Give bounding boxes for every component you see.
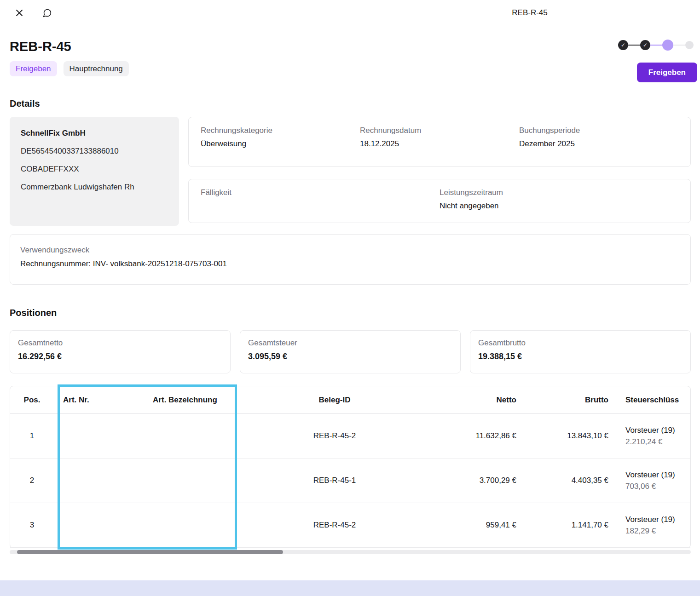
steuer-name: Vorsteuer (19) <box>625 426 690 434</box>
total-card-brutto: Gesamtbrutto 19.388,15 € <box>470 330 691 373</box>
field-rechnungsdatum: Rechnungsdatum 18.12.2025 <box>360 126 519 158</box>
cell-brutto: 1.141,70 € <box>519 521 611 530</box>
total-card-steuer: Gesamtsteuer 3.095,59 € <box>240 330 461 373</box>
close-icon[interactable] <box>11 5 28 21</box>
steuer-amount: 703,06 € <box>625 482 690 490</box>
badge-row: Freigeben Hauptrechnung <box>10 61 691 76</box>
steuer-amount: 2.210,24 € <box>625 438 690 446</box>
cell-beleg-id: REB-R-45-2 <box>243 521 427 530</box>
field-value: Nicht angegeben <box>440 201 678 211</box>
details-right-column: Rechnungskategorie Überweisung Rechnungs… <box>188 117 691 226</box>
step-3-current <box>662 40 673 51</box>
vendor-bank: Commerzbank Ludwigshafen Rh <box>21 183 168 192</box>
page-header: REB-R-45 Freigeben Hauptrechnung ✓ ✓ Fre… <box>10 26 691 76</box>
field-label: Verwendungszweck <box>20 246 680 255</box>
positions-heading: Positionen <box>10 308 691 318</box>
total-value: 3.095,59 € <box>248 352 452 361</box>
field-value: Überweisung <box>201 139 360 149</box>
total-value: 19.388,15 € <box>478 352 683 361</box>
field-label: Rechnungsdatum <box>360 126 519 135</box>
field-label: Rechnungskategorie <box>201 126 360 135</box>
verwendungszweck-card: Verwendungszweck Rechnungsnummer: INV- v… <box>10 234 691 285</box>
invoice-meta-card: Rechnungskategorie Überweisung Rechnungs… <box>188 117 691 167</box>
comment-icon-glyph <box>42 8 52 18</box>
cell-netto: 959,41 € <box>427 521 519 530</box>
header-right: ✓ ✓ Freigeben <box>618 39 697 82</box>
details-heading: Details <box>10 98 691 109</box>
field-value: 18.12.2025 <box>360 139 519 149</box>
totals-row: Gesamtnetto 16.292,56 € Gesamtsteuer 3.0… <box>10 330 691 373</box>
cell-pos: 1 <box>10 431 54 441</box>
step-1-check-icon: ✓ <box>618 40 628 50</box>
vendor-name: SchnellFix GmbH <box>21 129 168 138</box>
cell-steuerschluessel: Vorsteuer (19) 703,06 € <box>611 471 690 490</box>
close-icon-glyph <box>15 8 24 17</box>
field-value: Dezember 2025 <box>519 139 678 149</box>
vendor-card: SchnellFix GmbH DE56545400337133886010 C… <box>10 117 179 226</box>
table-header-row: Pos. Art. Nr. Art. Bezeichnung Beleg-ID … <box>10 386 690 414</box>
comment-icon[interactable] <box>39 5 55 21</box>
vendor-iban: DE56545400337133886010 <box>21 147 168 156</box>
cell-netto: 11.632,86 € <box>427 431 519 441</box>
cell-pos: 3 <box>10 521 54 530</box>
header-pos: Pos. <box>10 395 54 405</box>
field-faelligkeit: Fälligkeit <box>201 188 440 214</box>
due-date-card: Fälligkeit Leistungszeitraum Nicht angeg… <box>188 179 691 223</box>
field-leistungszeitraum: Leistungszeitraum Nicht angegeben <box>440 188 678 214</box>
progress-stepper: ✓ ✓ <box>618 39 694 51</box>
cell-steuerschluessel: Vorsteuer (19) 2.210,24 € <box>611 426 690 446</box>
cell-netto: 3.700,29 € <box>427 476 519 485</box>
header-netto: Netto <box>427 395 519 405</box>
stepper-connector-3 <box>673 45 685 46</box>
cell-beleg-id: REB-R-45-1 <box>243 476 427 485</box>
total-label: Gesamtnetto <box>18 338 222 348</box>
steuer-name: Vorsteuer (19) <box>625 471 690 479</box>
field-label: Fälligkeit <box>201 188 440 197</box>
details-grid: SchnellFix GmbH DE56545400337133886010 C… <box>10 117 691 226</box>
field-value: Rechnungsnummer: INV- volksbank-20251218… <box>20 259 680 269</box>
cell-beleg-id: REB-R-45-2 <box>243 431 427 441</box>
cell-brutto: 4.403,35 € <box>519 476 611 485</box>
scrollbar-thumb[interactable] <box>17 550 283 554</box>
stepper-connector-1 <box>628 45 640 46</box>
header-art-nr: Art. Nr. <box>54 395 127 405</box>
cell-steuerschluessel: Vorsteuer (19) 182,29 € <box>611 516 690 535</box>
freigeben-button[interactable]: Freigeben <box>637 63 697 82</box>
field-rechnungskategorie: Rechnungskategorie Überweisung <box>201 126 360 158</box>
total-label: Gesamtsteuer <box>248 338 452 348</box>
table-row: 1 REB-R-45-2 11.632,86 € 13.843,10 € Vor… <box>10 414 690 458</box>
total-label: Gesamtbrutto <box>478 338 683 348</box>
header-art-bezeichnung: Art. Bezeichnung <box>127 395 243 405</box>
table-row: 2 REB-R-45-1 3.700,29 € 4.403,35 € Vorst… <box>10 458 690 503</box>
steuer-amount: 182,29 € <box>625 527 690 535</box>
type-badge: Hauptrechnung <box>64 61 129 76</box>
header-steuerschluessel: Steuerschlüss <box>611 396 690 404</box>
total-card-netto: Gesamtnetto 16.292,56 € <box>10 330 231 373</box>
topbar: REB-R-45 <box>0 0 700 26</box>
positions-table: Pos. Art. Nr. Art. Bezeichnung Beleg-ID … <box>10 386 691 548</box>
header-beleg-id: Beleg-ID <box>243 395 427 405</box>
steuer-name: Vorsteuer (19) <box>625 516 690 523</box>
field-label: Buchungsperiode <box>519 126 678 135</box>
step-4-upcoming <box>685 41 694 49</box>
step-2-check-icon: ✓ <box>640 40 650 50</box>
page-title: REB-R-45 <box>10 39 691 54</box>
header-brutto: Brutto <box>519 395 611 405</box>
cell-pos: 2 <box>10 476 54 485</box>
field-label: Leistungszeitraum <box>440 188 678 197</box>
table-row: 3 REB-R-45-2 959,41 € 1.141,70 € Vorsteu… <box>10 503 690 548</box>
topbar-title: REB-R-45 <box>512 8 547 17</box>
bottom-strip <box>0 580 700 596</box>
field-buchungsperiode: Buchungsperiode Dezember 2025 <box>519 126 678 158</box>
vendor-bic: COBADEFFXXX <box>21 165 168 174</box>
total-value: 16.292,56 € <box>18 352 222 361</box>
status-badge: Freigeben <box>10 61 57 76</box>
cell-brutto: 13.843,10 € <box>519 431 611 441</box>
stepper-connector-2 <box>650 45 662 46</box>
horizontal-scrollbar[interactable] <box>10 550 691 554</box>
